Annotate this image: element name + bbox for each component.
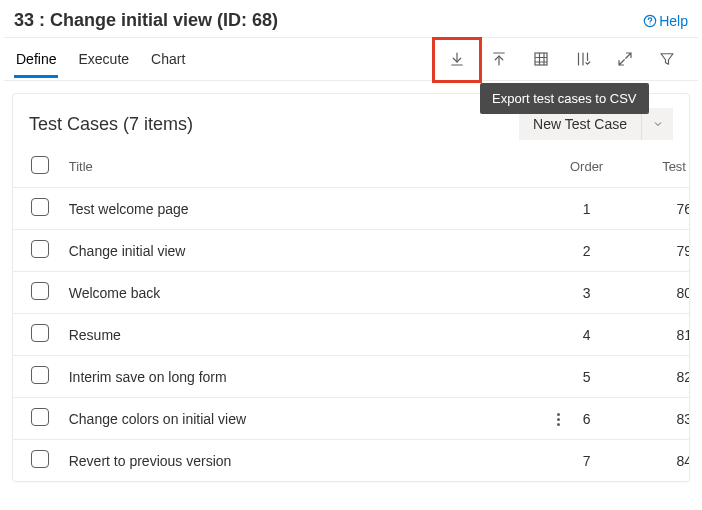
table-row[interactable]: Change initial view279 [13, 230, 689, 272]
help-link[interactable]: Help [643, 13, 688, 29]
row-order: 6 [538, 398, 636, 440]
row-title: Interim save on long form [61, 356, 538, 398]
row-tc: 82 [635, 356, 689, 398]
row-order: 4 [538, 314, 636, 356]
row-checkbox[interactable] [31, 408, 49, 426]
page-title: 33 : Change initial view (ID: 68) [14, 10, 278, 31]
test-cases-panel: Test Cases (7 items) New Test Case Title… [12, 93, 690, 482]
row-tc: 76 [635, 188, 689, 230]
row-order: 5 [538, 356, 636, 398]
row-tc: 81 [635, 314, 689, 356]
chevron-down-icon [652, 118, 664, 130]
column-header-testcase[interactable]: Test Ca [635, 146, 689, 188]
export-csv-button[interactable] [436, 39, 478, 79]
column-options-button[interactable] [562, 39, 604, 79]
panel-title: Test Cases (7 items) [29, 114, 193, 135]
help-label: Help [659, 13, 688, 29]
row-checkbox[interactable] [31, 324, 49, 342]
row-order: 2 [538, 230, 636, 272]
grid-view-button[interactable] [520, 39, 562, 79]
row-order: 7 [538, 440, 636, 482]
tabs: DefineExecuteChart [14, 41, 187, 78]
svg-point-1 [650, 23, 651, 24]
row-checkbox[interactable] [31, 240, 49, 258]
table-row[interactable]: Change colors on initial view683 [13, 398, 689, 440]
export-tooltip: Export test cases to CSV [480, 83, 649, 114]
row-tc: 83 [635, 398, 689, 440]
table-row[interactable]: Revert to previous version784 [13, 440, 689, 482]
row-tc: 84 [635, 440, 689, 482]
table-row[interactable]: Resume481 [13, 314, 689, 356]
row-title: Welcome back [61, 272, 538, 314]
row-title: Change initial view [61, 230, 538, 272]
row-order: 3 [538, 272, 636, 314]
row-tc: 80 [635, 272, 689, 314]
table-row[interactable]: Welcome back380 [13, 272, 689, 314]
column-header-order[interactable]: Order [538, 146, 636, 188]
row-checkbox[interactable] [31, 366, 49, 384]
tab-chart[interactable]: Chart [149, 41, 187, 78]
filter-button[interactable] [646, 39, 688, 79]
row-tc: 79 [635, 230, 689, 272]
row-title: Revert to previous version [61, 440, 538, 482]
row-checkbox[interactable] [31, 282, 49, 300]
fullscreen-button[interactable] [604, 39, 646, 79]
row-order: 1 [538, 188, 636, 230]
toolbar: Export test cases to CSV [436, 39, 688, 79]
help-icon [643, 14, 657, 28]
row-checkbox[interactable] [31, 450, 49, 468]
column-header-title[interactable]: Title [61, 146, 538, 188]
row-checkbox[interactable] [31, 198, 49, 216]
tab-execute[interactable]: Execute [76, 41, 131, 78]
tab-define[interactable]: Define [14, 41, 58, 78]
select-all-checkbox[interactable] [31, 156, 49, 174]
more-icon[interactable] [557, 413, 560, 426]
table-row[interactable]: Interim save on long form582 [13, 356, 689, 398]
row-title: Change colors on initial view [61, 398, 538, 440]
import-button[interactable] [478, 39, 520, 79]
table-row[interactable]: Test welcome page176 [13, 188, 689, 230]
row-title: Test welcome page [61, 188, 538, 230]
row-title: Resume [61, 314, 538, 356]
svg-rect-2 [535, 53, 547, 65]
